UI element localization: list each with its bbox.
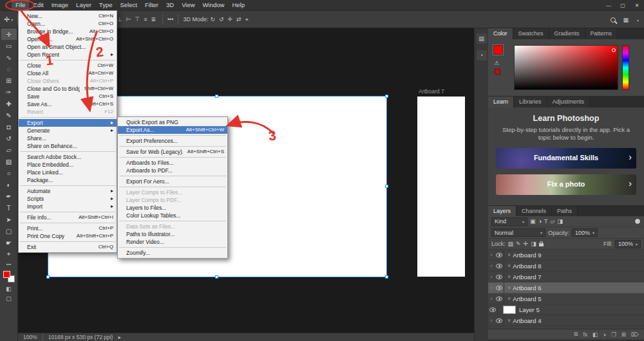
dodge-tool[interactable]: ◐ [1,179,17,190]
export-menu-item-zoomify[interactable]: Zoomify... [118,249,227,257]
layer-row[interactable]: ›∨Artboard 7 [488,272,644,282]
hue-slider[interactable] [622,45,629,90]
eraser-tool[interactable]: ▱ [1,144,17,156]
artboard-7[interactable] [417,97,465,277]
lock-position-icon[interactable]: ✛ [524,241,529,247]
tab-paths[interactable]: Paths [552,206,578,216]
export-menu-item-artboards-to-pdf[interactable]: Artboards to PDF... [118,167,227,174]
transform-handle[interactable] [215,95,218,98]
disclosure-icon[interactable]: › [488,263,495,269]
layer-effects-icon[interactable]: fx [583,331,587,338]
tab-swatches[interactable]: Swatches [513,28,549,39]
type-tool[interactable]: T [1,202,17,214]
edit-toolbar-icon[interactable]: ••• [6,262,11,266]
file-menu-item-print[interactable]: Print...Ctrl+P [19,225,117,232]
opacity-dropdown[interactable]: 100%▾ [572,228,598,237]
export-menu-item-color-lookup-tables[interactable]: Color Lookup Tables... [118,212,227,219]
visibility-toggle[interactable] [495,261,504,272]
3d-pan-icon[interactable]: ✛ [226,16,235,23]
gamut-color-chip[interactable] [495,69,500,75]
menu-window[interactable]: Window [199,0,229,10]
document-info[interactable]: 10168 px x 530 px (72 ppi) [48,334,113,340]
file-menu-item-scripts[interactable]: Scripts▸ [19,195,117,203]
export-menu-item-quick-export-as-png[interactable]: Quick Export as PNG [118,118,227,126]
filter-toggle[interactable] [634,218,641,225]
hand-tool[interactable]: ☛ [1,237,17,248]
file-menu-item-export[interactable]: Export▸ [19,119,117,127]
more-options-icon[interactable]: ••• [167,16,173,23]
file-menu-item-open[interactable]: Open...Ctrl+O [19,20,117,28]
file-menu-item-open-as-smart-object[interactable]: Open as Smart Object... [19,43,117,51]
eyedropper-tool[interactable]: ✑ [1,86,17,98]
rectangle-tool[interactable]: ▢ [1,225,17,237]
tab-libraries[interactable]: Libraries [514,97,547,107]
delete-layer-icon[interactable]: ⌦ [631,331,639,338]
3d-scale-icon[interactable]: ⌖ [243,16,251,23]
adjustment-layer-icon[interactable]: ◑ [603,331,606,338]
menu-image[interactable]: Image [48,0,72,10]
file-menu-item-save-as[interactable]: Save As...Shift+Ctrl+S [19,100,117,108]
file-menu-item-open-recent[interactable]: Open Recent▸ [19,51,117,59]
crop-tool[interactable]: ⊞ [1,75,17,86]
export-menu-item-save-for-web-legacy[interactable]: Save for Web (Legacy)...Alt+Shift+Ctrl+S [118,148,227,156]
lock-all-icon[interactable] [539,243,544,246]
file-menu-item-search-adobe-stock[interactable]: Search Adobe Stock... [19,153,117,161]
file-menu-item-share-on-behance[interactable]: Share on Behance... [19,142,117,150]
file-menu-item-place-linked[interactable]: Place Linked... [19,169,117,176]
saturation-brightness-picker[interactable] [514,45,618,90]
tab-learn[interactable]: Learn [488,97,514,107]
layer-group-icon[interactable]: ❐ [611,331,616,338]
file-menu-item-package[interactable]: Package... [19,176,117,184]
tab-channels[interactable]: Channels [516,206,552,216]
export-menu-item-export-as[interactable]: Export As...Alt+Shift+Ctrl+W [118,126,227,134]
disclosure-icon[interactable]: › [488,284,495,291]
visibility-toggle[interactable] [495,282,504,293]
learn-card-fix-a-photo[interactable]: Fix a photo› [496,174,636,195]
new-layer-icon[interactable]: ⊞ [621,331,626,338]
menu-help[interactable]: Help [228,0,249,10]
tab-color[interactable]: Color [488,28,513,39]
transform-handle[interactable] [385,185,388,188]
export-menu-item-render-video[interactable]: Render Video... [118,238,227,246]
visibility-toggle[interactable] [495,250,504,261]
visibility-toggle[interactable] [488,304,498,315]
disclosure-icon[interactable]: › [488,273,495,280]
file-menu-item-save[interactable]: SaveCtrl+S [19,93,117,100]
marquee-tool[interactable]: ▭ [1,40,17,51]
menu-view[interactable]: View [178,0,198,10]
layer-mask-icon[interactable]: ◧ [592,331,598,338]
file-menu-item-file-info[interactable]: File Info...Alt+Shift+Ctrl+I [19,214,117,221]
menu-type[interactable]: Type [95,0,117,10]
transform-handle[interactable] [215,275,218,279]
menu-select[interactable]: Select [116,0,140,10]
3d-rotate-icon[interactable]: ↻ [208,16,217,23]
file-menu-item-open-as[interactable]: Open As...Alt+Shift+Ctrl+O [19,35,117,43]
disclosure-icon[interactable]: › [488,252,495,258]
shape-layer-filter-icon[interactable]: ▱ [550,218,554,225]
menu-filter[interactable]: Filter [141,0,162,10]
align-right-icon[interactable]: ⊢ [124,16,133,23]
move-tool[interactable]: ✛ [1,28,17,40]
3d-slide-icon[interactable]: ⇄ [234,16,243,23]
properties-panel-icon[interactable]: ◔ [477,50,487,60]
current-tool-icon[interactable]: ✛ [4,15,10,24]
zoom-level[interactable]: 100% [23,334,37,340]
foreground-color-chip[interactable] [493,45,503,55]
export-menu-item-export-for-aero[interactable]: Export For Aero... [118,178,227,185]
brush-tool[interactable]: ✎ [1,109,17,121]
screen-mode-icon[interactable]: ▢ [6,295,12,302]
zoom-tool[interactable]: ⌖ [1,248,17,260]
lock-transparent-pixels-icon[interactable]: ▨ [508,241,514,247]
export-menu-item-paths-to-illustrator[interactable]: Paths to Illustrator... [118,230,227,238]
tab-layers[interactable]: Layers [488,206,516,216]
type-layer-filter-icon[interactable]: T [544,218,548,225]
color-swatches[interactable] [3,271,15,282]
fill-dropdown[interactable]: 100%▾ [615,240,641,248]
clone-stamp-tool[interactable]: ◘ [1,121,17,133]
layer-row[interactable]: ›∨Artboard 6 [488,282,644,293]
status-nav-icon[interactable]: ▸ [118,334,120,340]
maximize-button[interactable]: ▢ [616,0,630,10]
tab-gradients[interactable]: Gradients [549,28,585,39]
file-menu-item-browse-in-bridge[interactable]: Browse in Bridge...Alt+Ctrl+O [19,28,117,35]
pixel-layer-filter-icon[interactable]: ▣ [530,218,536,225]
